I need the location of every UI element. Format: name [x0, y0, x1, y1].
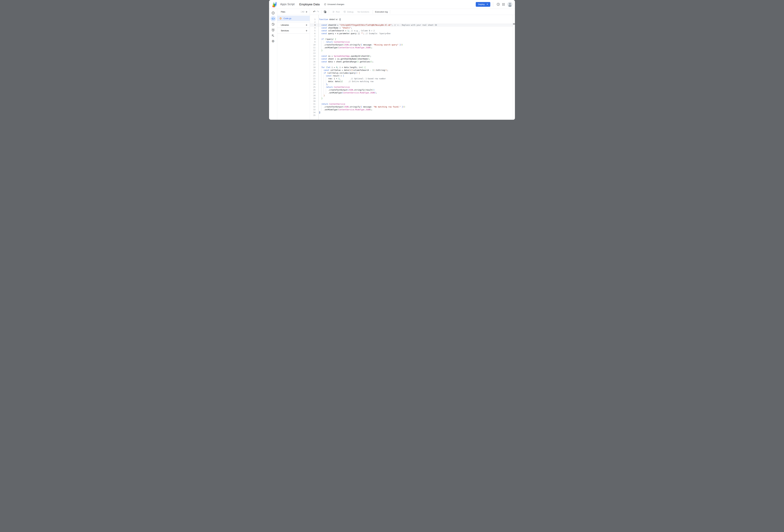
- overview-ruler[interactable]: [513, 15, 515, 120]
- indent-guide: [321, 108, 321, 111]
- undo-button[interactable]: ↶: [312, 10, 316, 13]
- line-number: 17: [310, 63, 318, 66]
- files-list: Code.gs: [277, 15, 310, 22]
- project-title[interactable]: Employee Data: [299, 3, 320, 6]
- code-line-27[interactable]: 27 .setMimeType(ContentService.MimeType.…: [310, 91, 515, 94]
- code-line-2[interactable]: 2: [310, 21, 515, 24]
- indent-guide: [324, 75, 324, 77]
- line-number: 3: [310, 24, 318, 27]
- indent-guide: [321, 77, 321, 80]
- code-line-3[interactable]: 3 const sheetId = "1tVvJgS8lFT3ngaVZC5b1…: [310, 24, 515, 27]
- line-number: 8: [310, 38, 318, 40]
- indent-guide: [324, 91, 324, 94]
- code-line-18[interactable]: 18 for (let i = 0; i < data.length; i++)…: [310, 66, 515, 69]
- sidebar-item-executions[interactable]: [270, 33, 276, 38]
- code-line-17[interactable]: 17: [310, 63, 515, 66]
- deploy-button[interactable]: Deploy: [476, 2, 490, 7]
- code-line-23[interactable]: 23 data: data[i] // Entire matching row: [310, 80, 515, 83]
- code-line-30[interactable]: 30: [310, 100, 515, 102]
- code-line-13[interactable]: 13: [310, 52, 515, 55]
- unsaved-file-dot-icon: [280, 18, 281, 20]
- line-number: 11: [310, 46, 318, 49]
- files-panel: Files AZ + Code.gs Libraries +: [277, 9, 310, 120]
- add-service-button[interactable]: +: [305, 29, 308, 32]
- code-line-8[interactable]: 8 if (!query) {: [310, 38, 515, 40]
- code-line-24[interactable]: 24 };: [310, 83, 515, 86]
- code-line-9[interactable]: 9 return ContentService: [310, 40, 515, 43]
- line-number: 4: [310, 27, 318, 29]
- indent-guide: [324, 83, 324, 86]
- indent-guide: [321, 80, 321, 83]
- code-line-32[interactable]: 32 .createTextOutput(JSON.stringify({ me…: [310, 106, 515, 108]
- line-number: 35: [310, 114, 318, 117]
- code-line-20[interactable]: 20 if (cellValue.includes(query)) {: [310, 71, 515, 75]
- code-line-11[interactable]: 11 .setMimeType(ContentService.MimeType.…: [310, 46, 515, 49]
- sidebar-item-editor[interactable]: [270, 16, 276, 22]
- run-button[interactable]: Run: [332, 10, 340, 13]
- code-line-33[interactable]: 33 .setMimeType(ContentService.MimeType.…: [310, 108, 515, 111]
- debug-button[interactable]: Debug: [343, 10, 354, 13]
- redo-button[interactable]: ↷: [316, 10, 320, 13]
- code-line-6[interactable]: 6 const query = e.parameter.query || "";…: [310, 32, 515, 35]
- sidebar-item-overview[interactable]: [270, 10, 276, 16]
- google-apps-grid-button[interactable]: [501, 2, 506, 7]
- sidebar-item-project-history[interactable]: [270, 22, 276, 27]
- code-line-31[interactable]: 31 return ContentService: [310, 102, 515, 106]
- code-line-14[interactable]: 14 const ss = SpreadsheetApp.openById(sh…: [310, 55, 515, 58]
- add-library-button[interactable]: +: [305, 23, 308, 27]
- line-number: 19: [310, 69, 318, 71]
- indent-guide: [321, 69, 321, 71]
- code-line-21[interactable]: 21 const result = {: [310, 75, 515, 77]
- indent-guide: [321, 75, 321, 77]
- code-line-26[interactable]: 26 .createTextOutput(JSON.stringify(resu…: [310, 89, 515, 91]
- line-number: 27: [310, 91, 318, 94]
- execution-log-button[interactable]: Execution log: [374, 10, 388, 13]
- line-number: 32: [310, 106, 318, 108]
- line-number: 6: [310, 32, 318, 35]
- line-number: 21: [310, 75, 318, 77]
- apps-script-logo-icon[interactable]: [273, 1, 279, 7]
- help-button[interactable]: ?: [496, 2, 501, 7]
- indent-guide: [321, 40, 321, 43]
- services-label: Services: [281, 29, 289, 32]
- file-item-code-gs[interactable]: Code.gs: [277, 16, 310, 21]
- add-file-button[interactable]: +: [305, 10, 308, 13]
- overview-ruler-cursor-mark: [513, 24, 515, 24]
- code-line-4[interactable]: 4 const sheetName = "Sheet1";: [310, 27, 515, 29]
- sidebar-item-triggers[interactable]: [270, 27, 276, 33]
- code-line-28[interactable]: 28 }: [310, 94, 515, 97]
- indent-guide: [321, 94, 321, 97]
- code-line-16[interactable]: 16 const data = sheet.getDataRange().get…: [310, 60, 515, 63]
- debug-icon: [343, 10, 346, 13]
- line-number: 2: [310, 21, 318, 24]
- sort-files-button[interactable]: AZ: [301, 10, 305, 13]
- code-line-25[interactable]: 25 return ContentService: [310, 86, 515, 89]
- files-heading: Files: [281, 11, 285, 13]
- code-icon: [272, 17, 275, 20]
- code-line-15[interactable]: 15 const sheet = ss.getSheetByName(sheet…: [310, 58, 515, 60]
- code-line-34[interactable]: 34}: [310, 111, 515, 114]
- code-line-1[interactable]: 1function doGet(e) {: [310, 18, 515, 21]
- code-line-7[interactable]: 7: [310, 35, 515, 38]
- indent-guide: [321, 46, 321, 49]
- indent-guide: [321, 83, 321, 86]
- indent-guide: [324, 89, 324, 91]
- topbar-divider: [493, 2, 493, 7]
- code-line-12[interactable]: 12 }: [310, 49, 515, 52]
- code-line-5[interactable]: 5 const columnToSearch = 1; // e.g., Col…: [310, 29, 515, 32]
- code-line-35[interactable]: 35: [310, 114, 515, 117]
- code-line-22[interactable]: 22 row: i + 1, // Optional: 1-based row …: [310, 77, 515, 80]
- sidebar-item-project-settings[interactable]: ⚙: [270, 38, 276, 44]
- code-line-29[interactable]: 29 }: [310, 97, 515, 100]
- indent-guide: [324, 86, 324, 89]
- indent-guide: [321, 71, 321, 75]
- libraries-section[interactable]: Libraries +: [277, 22, 310, 28]
- account-avatar[interactable]: [507, 2, 512, 7]
- function-select-dropdown[interactable]: No functions: [357, 10, 370, 13]
- services-section[interactable]: Services +: [277, 28, 310, 33]
- code-line-19[interactable]: 19 const cellValue = data[i][columnToSea…: [310, 69, 515, 71]
- code-editor[interactable]: 1function doGet(e) {23 const sheetId = "…: [310, 15, 515, 120]
- line-number: 16: [310, 60, 318, 63]
- code-line-10[interactable]: 10 .createTextOutput(JSON.stringify({ me…: [310, 43, 515, 46]
- save-project-button[interactable]: [323, 10, 327, 13]
